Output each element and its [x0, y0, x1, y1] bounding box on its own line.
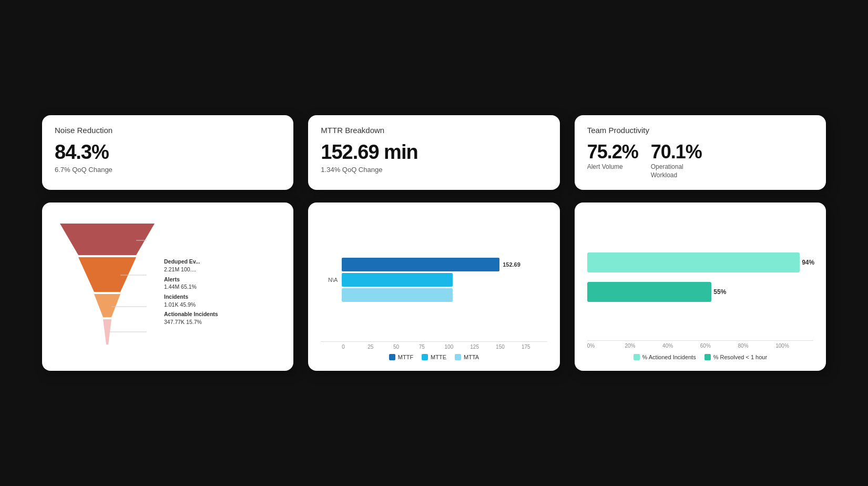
mttr-bar-group: 152.69 [342, 258, 547, 302]
mttr-axis-150: 150 [496, 344, 522, 350]
mttr-breakdown-value: 152.69 min [321, 141, 547, 164]
mttr-chart: N\A 152.69 0 25 50 75 100 125 150 [321, 213, 547, 360]
mttr-bar-mttf: 152.69 [342, 258, 499, 271]
funnel-label-3: Actionable Incidents347.77K 15.7% [164, 310, 218, 326]
team-prod-item-1: 75.2% Alert Volume [587, 141, 638, 171]
legend-mttf: MTTF [389, 354, 413, 360]
team-prod-label-1: Alert Volume [587, 163, 629, 171]
prod-bar-fill-1: 94% [587, 252, 800, 272]
prod-bar-track-1: 94% [587, 252, 813, 272]
mttr-axis-100: 100 [445, 344, 471, 350]
team-productivity-values: 75.2% Alert Volume 70.1% Operational Wor… [587, 141, 813, 179]
svg-marker-1 [78, 257, 136, 292]
team-productivity-card: Team Productivity 75.2% Alert Volume 70.… [575, 115, 826, 190]
team-prod-value-1: 75.2% [587, 141, 638, 163]
prod-bar-row-2: 55% [587, 282, 813, 302]
funnel-container: Deduped Ev...2.21M 100.... Alerts1.44M 6… [55, 213, 281, 360]
mttr-bar-mtte [342, 273, 453, 287]
legend-actioned: % Actioned Incidents [634, 354, 696, 360]
prod-bar-row-1: 94% [587, 252, 813, 272]
funnel-label-1: Alerts1.44M 65.1% [164, 276, 218, 291]
mttr-chart-card: N\A 152.69 0 25 50 75 100 125 150 [308, 202, 559, 371]
svg-marker-0 [60, 224, 155, 255]
legend-actioned-label: % Actioned Incidents [642, 354, 696, 360]
mttr-axis-125: 125 [470, 344, 496, 350]
mttr-row-label: N\A [321, 277, 338, 283]
legend-mttf-dot [389, 354, 395, 360]
productivity-chart-card: 94% 55% 0% 20% 40% 60% 8 [575, 202, 826, 371]
mttr-axis-0: 0 [342, 344, 367, 350]
prod-axis-60: 60% [700, 343, 738, 349]
legend-mtte: MTTE [422, 354, 446, 360]
mttr-breakdown-card: MTTR Breakdown 152.69 min 1.34% QoQ Chan… [308, 115, 559, 190]
prod-bar-value-1: 94% [802, 259, 814, 266]
dashboard: Noise Reduction 84.3% 6.7% QoQ Change MT… [0, 94, 868, 392]
team-prod-label-2: Operational Workload [651, 163, 693, 179]
legend-mtta-label: MTTA [464, 354, 479, 360]
prod-axis-20: 20% [625, 343, 662, 349]
funnel-chart-card: Deduped Ev...2.21M 100.... Alerts1.44M 6… [42, 202, 293, 371]
noise-reduction-change: 6.7% QoQ Change [55, 166, 281, 174]
prod-axis-80: 80% [738, 343, 776, 349]
legend-resolved-dot [704, 354, 711, 360]
funnel-label-0: Deduped Ev...2.21M 100.... [164, 258, 218, 273]
mttr-axis-175: 175 [522, 344, 547, 350]
svg-marker-2 [94, 294, 120, 317]
prod-axis-40: 40% [662, 343, 700, 349]
mttr-bar-mtta [342, 288, 453, 302]
legend-mtta-dot [455, 354, 461, 360]
prod-bars-area: 94% 55% [587, 218, 813, 336]
team-prod-value-2: 70.1% [651, 141, 702, 163]
noise-reduction-title: Noise Reduction [55, 126, 281, 135]
prod-bar-fill-2: 55% [587, 282, 712, 302]
prod-legend: % Actioned Incidents % Resolved < 1 hour [587, 354, 813, 360]
mttr-value-label: 152.69 [503, 261, 520, 268]
mttr-legend: MTTF MTTE MTTA [321, 354, 547, 360]
legend-resolved: % Resolved < 1 hour [704, 354, 767, 360]
funnel-labels: Deduped Ev...2.21M 100.... Alerts1.44M 6… [160, 258, 218, 326]
mttr-row: N\A 152.69 [321, 258, 547, 302]
legend-actioned-dot [634, 354, 640, 360]
funnel-svg [55, 218, 160, 355]
team-prod-item-2: 70.1% Operational Workload [651, 141, 702, 179]
legend-mtte-label: MTTE [431, 354, 446, 360]
mttr-axis-50: 50 [393, 344, 419, 350]
prod-bar-track-2: 55% [587, 282, 813, 302]
legend-mtta: MTTA [455, 354, 479, 360]
prod-axis: 0% 20% 40% 60% 80% 100% [587, 340, 813, 349]
noise-reduction-card: Noise Reduction 84.3% 6.7% QoQ Change [42, 115, 293, 190]
legend-mtte-dot [422, 354, 428, 360]
mttr-axis-25: 25 [367, 344, 393, 350]
noise-reduction-value: 84.3% [55, 141, 281, 164]
prod-chart: 94% 55% 0% 20% 40% 60% 8 [587, 213, 813, 360]
mttr-axis: 0 25 50 75 100 125 150 175 [321, 341, 547, 350]
legend-resolved-label: % Resolved < 1 hour [713, 354, 767, 360]
team-productivity-title: Team Productivity [587, 126, 813, 135]
legend-mttf-label: MTTF [398, 354, 413, 360]
mttr-bars-area: N\A 152.69 [321, 218, 547, 341]
mttr-axis-75: 75 [419, 344, 445, 350]
mttr-breakdown-change: 1.34% QoQ Change [321, 166, 547, 174]
prod-bar-value-2: 55% [713, 288, 726, 296]
funnel-label-2: Incidents1.01K 45.9% [164, 293, 218, 308]
prod-axis-100: 100% [775, 343, 813, 349]
mttr-breakdown-title: MTTR Breakdown [321, 126, 547, 135]
prod-axis-0: 0% [587, 343, 625, 349]
